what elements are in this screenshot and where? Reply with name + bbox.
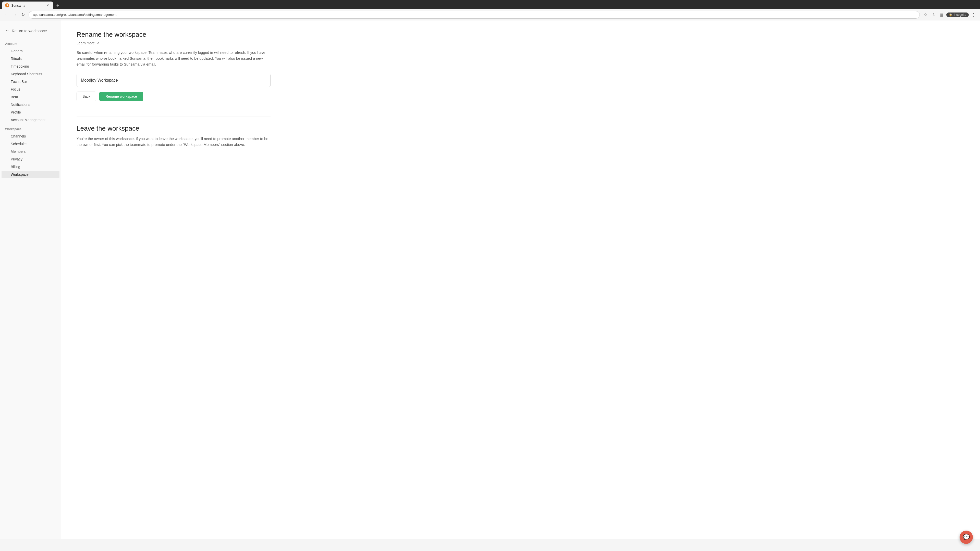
sidebar-item-beta[interactable]: Beta [2, 93, 59, 101]
sidebar: ← Return to workspace Account General Ri… [0, 21, 61, 539]
sidebar-item-focus-bar[interactable]: Focus Bar [2, 78, 59, 86]
sidebar-item-profile[interactable]: Profile [2, 108, 59, 116]
address-bar-row: ← → ↻ app.sunsama.com/group/sunsama/sett… [0, 9, 980, 21]
sidebar-item-schedules[interactable]: Schedules [2, 140, 59, 148]
tab-label: Sunsama [11, 3, 43, 7]
active-tab[interactable]: S Sunsama ✕ [2, 2, 53, 9]
address-input[interactable]: app.sunsama.com/group/sunsama/settings/m… [29, 11, 920, 19]
forward-nav-button[interactable]: → [11, 11, 18, 18]
main-content: Rename the workspace Learn more ↗ Be car… [61, 21, 980, 539]
sidebar-item-workspace-management[interactable]: Workspace [2, 171, 59, 178]
reload-button[interactable]: ↻ [19, 11, 27, 18]
learn-more-link[interactable]: Learn more ↗ [76, 41, 270, 45]
download-button[interactable]: ⇩ [930, 11, 937, 18]
sidebar-item-account-management[interactable]: Account Management [2, 116, 59, 124]
new-tab-button[interactable]: + [54, 2, 61, 9]
leave-section-title: Leave the workspace [76, 124, 270, 132]
menu-button[interactable]: ⋮ [970, 11, 977, 18]
workspace-name-input[interactable] [76, 74, 270, 87]
return-to-workspace-link[interactable]: ← Return to workspace [0, 25, 61, 38]
rename-workspace-button[interactable]: Rename workspace [99, 92, 143, 101]
return-label: Return to workspace [12, 29, 47, 33]
return-arrow-icon: ← [5, 28, 10, 33]
account-section-label: Account [0, 38, 61, 47]
workspace-section-label: Workspace [0, 124, 61, 132]
tab-favicon: S [5, 3, 9, 7]
toolbar-right: ☆ ⇩ ▦ 🕵 Incognito ⋮ [922, 11, 977, 18]
rename-section: Rename the workspace Learn more ↗ Be car… [76, 30, 270, 101]
tab-bar: S Sunsama ✕ + [0, 0, 980, 9]
bookmark-button[interactable]: ☆ [922, 11, 929, 18]
chat-icon: 💬 [963, 534, 970, 539]
nav-buttons: ← → ↻ [3, 11, 27, 18]
action-buttons: Back Rename workspace [76, 92, 270, 101]
sidebar-item-timeboxing[interactable]: Timeboxing [2, 62, 59, 70]
app-container: ← Return to workspace Account General Ri… [0, 21, 980, 539]
sidebar-item-notifications[interactable]: Notifications [2, 101, 59, 108]
external-link-icon: ↗ [97, 41, 99, 45]
rename-section-title: Rename the workspace [76, 30, 270, 38]
sidebar-item-channels[interactable]: Channels [2, 132, 59, 140]
incognito-badge: 🕵 Incognito [946, 13, 969, 17]
sidebar-item-billing[interactable]: Billing [2, 163, 59, 171]
rename-description: Be careful when renaming your workspace.… [76, 50, 270, 68]
sidebar-item-privacy[interactable]: Privacy [2, 156, 59, 163]
back-nav-button[interactable]: ← [3, 11, 10, 18]
sidebar-item-focus[interactable]: Focus [2, 86, 59, 93]
sidebar-item-keyboard-shortcuts[interactable]: Keyboard Shortcuts [2, 70, 59, 78]
sidebar-item-general[interactable]: General [2, 47, 59, 55]
sidebar-item-members[interactable]: Members [2, 148, 59, 156]
sidebar-item-rituals[interactable]: Rituals [2, 55, 59, 62]
split-view-button[interactable]: ▦ [938, 11, 945, 18]
learn-more-label: Learn more [76, 41, 95, 45]
back-button[interactable]: Back [76, 92, 96, 101]
leave-description: You're the owner of this workspace. If y… [76, 136, 270, 148]
url-text: app.sunsama.com/group/sunsama/settings/m… [33, 13, 116, 17]
leave-section: Leave the workspace You're the owner of … [76, 124, 270, 148]
tab-close-button[interactable]: ✕ [45, 3, 50, 8]
